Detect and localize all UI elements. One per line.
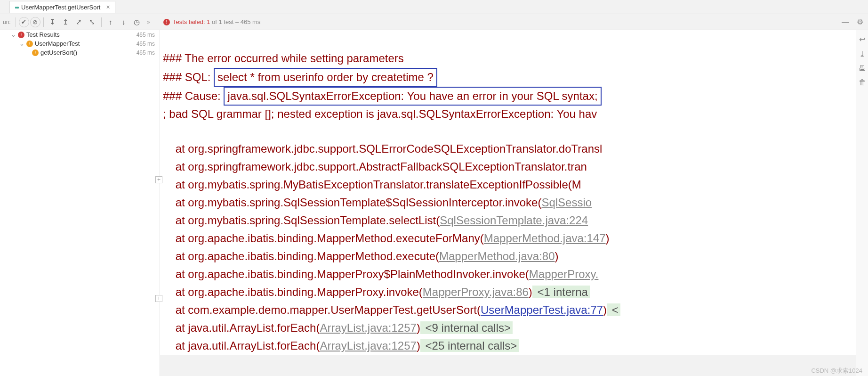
- cause-prefix: ### Cause:: [163, 90, 224, 102]
- trace-line: at org.apache.ibatis.binding.MapperProxy…: [163, 286, 423, 298]
- run-prefix: un:: [3, 19, 11, 25]
- internal-calls[interactable]: <1 interna: [532, 286, 590, 298]
- trace-line: at org.mybatis.spring.SqlSessionTemplate…: [163, 214, 440, 227]
- tree-root-time: 465 ms: [137, 32, 155, 38]
- trace-line: at java.util.ArrayList.forEach(: [163, 339, 320, 352]
- minimize-icon[interactable]: —: [842, 18, 849, 26]
- source-link[interactable]: SqlSessionTemplate.java:224: [440, 214, 588, 227]
- trace-line: at org.mybatis.spring.MyBatisExceptionTr…: [163, 178, 581, 191]
- soft-wrap-icon[interactable]: ↩: [859, 35, 865, 44]
- cause-box: java.sql.SQLSyntaxErrorException: You ha…: [224, 87, 601, 106]
- expand-icon[interactable]: ⤢: [73, 16, 85, 28]
- trace-line: at org.apache.ibatis.binding.MapperMetho…: [163, 250, 439, 262]
- trace-line: at org.springframework.jdbc.support.Abst…: [163, 160, 587, 173]
- pass-filter-button[interactable]: ✔: [19, 17, 29, 27]
- trace-line: at org.springframework.jdbc.support.SQLE…: [163, 142, 602, 155]
- sort-up-icon[interactable]: ↥: [60, 16, 72, 28]
- run-summary: ! Tests failed: 1 of 1 test – 465 ms: [163, 18, 260, 25]
- print-icon[interactable]: 🖶: [859, 64, 866, 73]
- chevron-down-icon[interactable]: ⌄: [10, 31, 16, 38]
- fail-icon: !: [18, 32, 24, 38]
- file-tab[interactable]: ●● UserMapperTest.getUserSort ×: [9, 1, 115, 13]
- run-toolbar: un: ✔ ⊘ ↧ ↥ ⤢ ⤡ ↑ ↓ ◷ » ! Tests failed: …: [0, 14, 868, 30]
- sql-prefix: ### SQL:: [163, 71, 214, 83]
- chevron-down-icon[interactable]: ⌄: [19, 40, 24, 47]
- fold-icon[interactable]: +: [155, 295, 162, 302]
- tab-label: UserMapperTest.getUserSort: [21, 4, 100, 11]
- sort-down-icon[interactable]: ↧: [47, 16, 59, 28]
- ignore-filter-button[interactable]: ⊘: [30, 17, 40, 27]
- tree-root-label[interactable]: Test Results: [26, 31, 60, 38]
- prev-icon[interactable]: ↑: [104, 16, 117, 28]
- source-link[interactable]: MapperMethod.java:147: [484, 232, 606, 245]
- delete-icon[interactable]: 🗑: [859, 78, 866, 87]
- grammar-line: ; bad SQL grammar []; nested exception i…: [163, 107, 597, 120]
- source-link[interactable]: MapperProxy.java:86: [423, 286, 529, 298]
- source-link[interactable]: UserMapperTest.java:77: [481, 303, 603, 316]
- history-icon[interactable]: ◷: [131, 16, 143, 28]
- trace-line: at org.mybatis.spring.SqlSessionTemplate…: [163, 196, 541, 209]
- failed-text: Tests failed: 1: [173, 18, 210, 25]
- internal-calls[interactable]: <: [607, 303, 620, 316]
- tree-class-label[interactable]: UserMapperTest: [35, 40, 80, 47]
- internal-calls[interactable]: <25 internal calls>: [420, 339, 519, 352]
- source-link[interactable]: ArrayList.java:1257: [320, 321, 416, 334]
- gear-icon[interactable]: ⚙: [857, 17, 863, 26]
- test-run-icon: ●●: [15, 5, 18, 10]
- right-gutter: ↩ ⤓ 🖶 🗑: [856, 30, 868, 376]
- internal-calls[interactable]: <9 internal calls>: [420, 321, 513, 334]
- warn-icon: !: [26, 41, 33, 47]
- scroll-end-icon[interactable]: ⤓: [859, 49, 865, 58]
- source-link[interactable]: ArrayList.java:1257: [320, 339, 416, 352]
- trace-line: at com.example.demo.mapper.UserMapperTes…: [163, 303, 481, 316]
- console-output[interactable]: ### The error occurred while setting par…: [160, 30, 868, 355]
- close-icon[interactable]: ×: [106, 3, 110, 11]
- tree-method-time: 465 ms: [137, 49, 155, 56]
- sql-query-box: select * from userinfo order by createti…: [214, 68, 437, 87]
- trace-line: at java.util.ArrayList.forEach(: [163, 321, 320, 334]
- watermark: CSDN @求索1024: [811, 367, 862, 375]
- trace-line: at org.apache.ibatis.binding.MapperProxy…: [163, 268, 529, 280]
- fold-icon[interactable]: +: [155, 176, 162, 183]
- source-link[interactable]: SqlSessio: [541, 196, 592, 209]
- summary-rest: of 1 test – 465 ms: [210, 18, 260, 25]
- tree-class-time: 465 ms: [137, 41, 155, 47]
- trace-line: at org.apache.ibatis.binding.MapperMetho…: [163, 232, 484, 245]
- test-tree: ⌄ ! Test Results 465 ms ⌄ ! UserMapperTe…: [0, 30, 160, 376]
- tree-method-label[interactable]: getUserSort(): [40, 49, 77, 56]
- source-link[interactable]: MapperProxy.: [529, 268, 599, 280]
- warn-icon: !: [32, 49, 39, 56]
- error-line: ### The error occurred while setting par…: [163, 52, 404, 65]
- collapse-icon[interactable]: ⤡: [86, 16, 98, 28]
- source-link[interactable]: MapperMethod.java:80: [439, 250, 555, 262]
- fail-icon: !: [163, 19, 170, 25]
- next-icon[interactable]: ↓: [118, 16, 130, 28]
